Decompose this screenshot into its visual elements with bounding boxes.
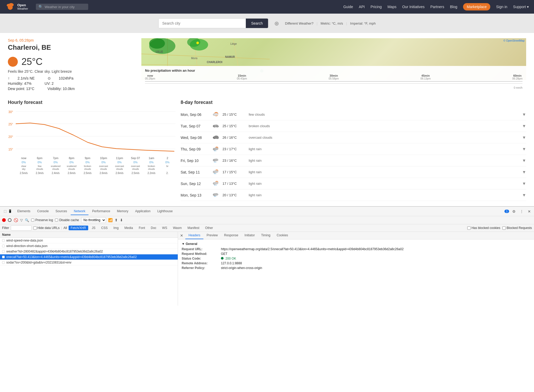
forecast-day-6: Sun, Sep 12 17 / 13°C light rain ▼ [181,178,526,189]
devtools-panel: ⬚ 📱 Elements Console Sources Network Per… [0,206,534,306]
devtools-more-icon[interactable]: ⋮ [519,208,525,215]
logo[interactable]: Open Weather [5,2,28,12]
filter-font[interactable]: Font [137,226,147,230]
svg-line-50 [214,185,215,186]
svg-point-53 [214,193,218,196]
precip-bar-svg [145,82,522,85]
filter-input[interactable] [11,225,32,231]
navbar-search[interactable]: 🔍 [36,4,88,10]
request-item-2[interactable]: weather?id=2800482&appid=439d4b804bc8187… [0,249,178,254]
filter-ws[interactable]: WS [160,226,169,230]
clear-button[interactable]: 🚫 [14,218,18,222]
request-item-3[interactable]: onecall?lat=50.413&lon=4.4465&units=metr… [0,254,178,260]
throttle-select[interactable]: No throttling [81,217,106,223]
hide-data-urls-checkbox[interactable]: Hide data URLs [33,226,60,230]
details-tab-initiator[interactable]: Initiator [241,232,258,239]
visibility-value: Visibility: 10.0km [47,87,75,91]
filter-doc[interactable]: Doc [149,226,158,230]
filter-other[interactable]: Other [203,226,215,230]
tab-sources[interactable]: Sources [52,208,70,215]
svg-line-45 [214,173,215,174]
svg-text:Mons: Mons [191,57,197,60]
tab-network[interactable]: Network [71,208,88,215]
nav-initiatives[interactable]: Our Initiatives [402,5,425,9]
navbar-search-input[interactable] [44,5,84,9]
nav-marketplace[interactable]: Marketplace [463,3,490,10]
nav-pricing[interactable]: Pricing [370,5,382,9]
status-code-row: Status Code: 200 OK [182,257,530,260]
general-section-header[interactable]: ▼ General [182,242,530,246]
precip-time-row: now 05:28pm 15min 05:43pm 30min 05:58pm [145,74,522,80]
request-item-0[interactable]: wind-speed-new-data.json [0,238,178,243]
record-button[interactable] [2,218,6,222]
filter-icon[interactable]: ▽ [20,218,23,222]
temp-row: 25°C [8,56,134,67]
main-search-area: Search ◎ Different Weather? | Metric: °C… [0,14,534,33]
metric-option[interactable]: Metric: °C, m/s [321,21,343,25]
svg-line-54 [214,196,215,197]
tab-performance[interactable]: Performance [89,208,113,215]
forecast-day-7: Mon, Sep 13 20 / 13°C light rain ▼ [181,189,526,201]
nav-partners[interactable]: Partners [430,5,444,9]
nav-api[interactable]: API [359,5,365,9]
filter-manifest[interactable]: Manifest [185,226,201,230]
network-icon-2[interactable]: ⬆ [115,218,118,222]
filter-label: Filter [2,226,9,230]
tab-application[interactable]: Application [132,208,154,215]
chart-grid [16,109,175,156]
disable-cache-checkbox[interactable]: Disable cache [55,218,79,222]
imperial-option[interactable]: Imperial: °F, mph [350,21,376,25]
devtools-device-icon[interactable]: 📱 [8,209,12,213]
temperature: 25°C [21,56,42,67]
blocked-requests-checkbox[interactable]: Blocked Requests [502,226,532,230]
hourly-title: Hourly forecast [8,100,175,105]
details-content: ▼ General Request URL: https://openweath… [178,239,534,273]
svg-point-35 [214,148,218,150]
search-button[interactable]: Search [246,19,268,28]
filter-fetch-xhr[interactable]: Fetch/XHR [69,226,88,230]
devtools-inspect-icon[interactable]: ⬚ [4,209,7,213]
tab-elements[interactable]: Elements [14,208,34,215]
details-tab-cookies[interactable]: Cookies [274,232,291,239]
tab-lighthouse[interactable]: Lighthouse [154,208,176,215]
nav-signin[interactable]: Sign in [496,5,507,9]
nav-support[interactable]: Support ▾ [513,5,529,9]
details-tab-response[interactable]: Response [221,232,241,239]
network-icon-3[interactable]: ⬇ [120,218,123,222]
filter-js[interactable]: JS [90,226,98,230]
filter-wasm[interactable]: Wasm [171,226,184,230]
nav-blog[interactable]: Blog [450,5,457,9]
svg-line-51 [216,185,216,186]
stop-button[interactable] [8,218,12,222]
network-icon-1[interactable]: 📶 [108,218,113,222]
tab-memory[interactable]: Memory [114,208,131,215]
filter-css[interactable]: CSS [99,226,110,230]
request-item-4[interactable]: sodar?sv=200&tid=gda&tv=r20210831&st=env [0,260,178,265]
precipitation-overlay: No precipitation within an hour now 05:2… [141,66,526,92]
filter-img[interactable]: Img [111,226,121,230]
search-network-icon[interactable]: 🔍 [25,218,29,222]
temp-label-30: 30° [8,110,13,114]
details-tab-preview[interactable]: Preview [203,232,221,239]
tab-console[interactable]: Console [34,208,52,215]
devtools-settings-icon[interactable]: ⚙ [511,208,517,215]
forecast-day-4: Fri, Sep 10 23 / 16°C light rain ▼ [181,155,526,166]
details-tab-timing[interactable]: Timing [258,232,274,239]
request-item-1[interactable]: wind-direction-short-data.json [0,243,178,249]
different-weather-link[interactable]: Different Weather? [285,21,314,25]
svg-line-41 [215,162,216,163]
details-tab-headers[interactable]: Headers [185,232,203,239]
filter-media[interactable]: Media [122,226,135,230]
svg-line-40 [214,162,215,163]
svg-text:Liège: Liège [230,42,237,45]
city-search-box[interactable]: Search [158,18,268,28]
details-close-btn[interactable]: ✕ [178,232,185,239]
preserve-log-checkbox[interactable]: Preserve log [31,218,53,222]
devtools-icons-row[interactable]: ⬚ 📱 [2,209,14,214]
nav-maps[interactable]: Maps [387,5,396,9]
nav-guide[interactable]: Guide [343,5,353,9]
devtools-close-icon[interactable]: ✕ [527,208,532,215]
location-button[interactable]: ◎ [272,20,281,26]
city-search-input[interactable] [159,19,246,28]
has-blocked-cookies-checkbox[interactable]: Has blocked cookies [467,226,500,230]
